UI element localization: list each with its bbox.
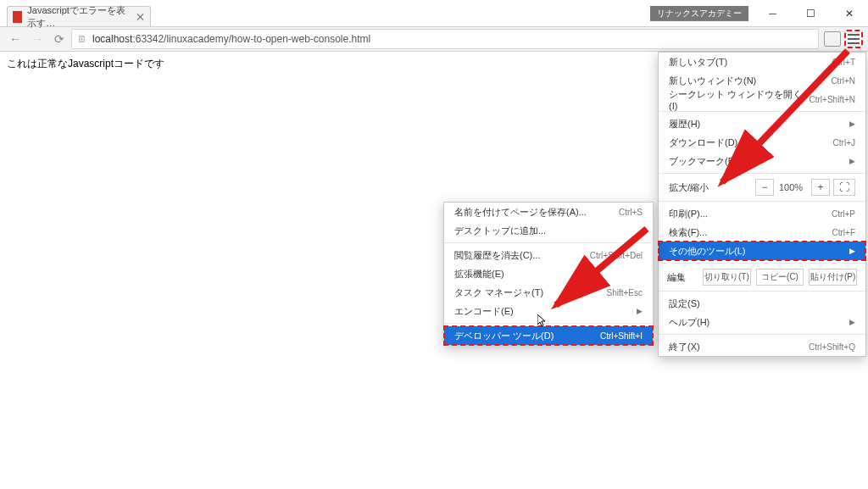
app-label: リナックスアカデミー (650, 6, 748, 21)
zoom-label: 拡大/縮小 (669, 181, 752, 194)
menu-exit[interactable]: 終了(X)Ctrl+Shift+Q (659, 337, 865, 356)
menu-print[interactable]: 印刷(P)...Ctrl+P (659, 204, 865, 223)
fullscreen-button[interactable]: ⛶ (833, 179, 855, 196)
zoom-value: 100% (774, 182, 808, 192)
edit-label: 編集 (667, 271, 698, 284)
menu-bookmarks[interactable]: ブックマーク(B)▶ (659, 152, 865, 170)
favicon (13, 11, 22, 23)
reload-button[interactable]: ⟳ (49, 29, 70, 49)
url-path: :63342/linuxacademy/how-to-open-web-cons… (132, 33, 370, 45)
zoom-out-button[interactable]: − (755, 179, 774, 196)
menu-help[interactable]: ヘルプ(H)▶ (659, 313, 865, 331)
browser-tab[interactable]: Javascriptでエラーを表示す… (7, 6, 151, 26)
submenu-clear-browsing[interactable]: 閲覧履歴を消去(C)...Ctrl+Shift+Del (444, 246, 653, 264)
page-text: これは正常なJavascriptコードです (7, 58, 164, 69)
menu-zoom-row: 拡大/縮小 − 100% + ⛶ (659, 176, 865, 198)
back-button[interactable]: ← (5, 29, 25, 49)
submenu-extensions[interactable]: 拡張機能(E) (444, 264, 653, 283)
menu-new-tab[interactable]: 新しいタブ(T)Ctrl+T (659, 53, 865, 71)
minimize-button[interactable]: ─ (754, 1, 792, 26)
menu-incognito[interactable]: シークレット ウィンドウを開く(I)Ctrl+Shift+N (659, 90, 865, 108)
page-icon: 🗎 (77, 33, 87, 45)
menu-downloads[interactable]: ダウンロード(D)Ctrl+J (659, 133, 865, 152)
submenu-save-as[interactable]: 名前を付けてページを保存(A)...Ctrl+S (444, 203, 653, 221)
more-tools-submenu: 名前を付けてページを保存(A)...Ctrl+S デスクトップに追加... 閲覧… (443, 202, 654, 346)
submenu-encoding[interactable]: エンコード(E)▶ (444, 302, 653, 320)
titlebar: Javascriptでエラーを表示す… リナックスアカデミー ─ ☐ ✕ (0, 0, 868, 26)
submenu-dev-tools[interactable]: デベロッパー ツール(D)Ctrl+Shift+I (444, 326, 653, 345)
menu-find[interactable]: 検索(F)...Ctrl+F (659, 223, 865, 242)
menu-settings[interactable]: 設定(S) (659, 294, 865, 313)
menu-history[interactable]: 履歴(H)▶ (659, 114, 865, 133)
hamburger-menu-icon[interactable] (844, 30, 863, 48)
close-button[interactable]: ✕ (830, 1, 868, 26)
copy-button[interactable]: コピー(C) (756, 269, 804, 286)
device-mode-icon[interactable] (824, 31, 841, 47)
url-host: localhost (92, 33, 132, 45)
maximize-button[interactable]: ☐ (792, 1, 830, 26)
tab-close-icon[interactable] (136, 13, 143, 21)
toolbar: ← → ⟳ 🗎 localhost:63342/linuxacademy/how… (0, 26, 868, 52)
tab-title: Javascriptでエラーを表示す… (27, 4, 130, 30)
menu-more-tools[interactable]: その他のツール(L)▶ (659, 242, 865, 260)
forward-button[interactable]: → (27, 29, 47, 49)
submenu-add-desktop[interactable]: デスクトップに追加... (444, 221, 653, 240)
menu-edit-row: 編集 切り取り(T) コピー(C) 貼り付け(P) (659, 266, 865, 288)
submenu-task-manager[interactable]: タスク マネージャ(T)Shift+Esc (444, 283, 653, 302)
paste-button[interactable]: 貼り付け(P) (809, 269, 857, 286)
chrome-main-menu: 新しいタブ(T)Ctrl+T 新しいウィンドウ(N)Ctrl+N シークレット … (658, 52, 866, 357)
url-bar[interactable]: 🗎 localhost:63342/linuxacademy/how-to-op… (71, 29, 819, 49)
zoom-in-button[interactable]: + (811, 179, 830, 196)
cut-button[interactable]: 切り取り(T) (703, 269, 751, 286)
